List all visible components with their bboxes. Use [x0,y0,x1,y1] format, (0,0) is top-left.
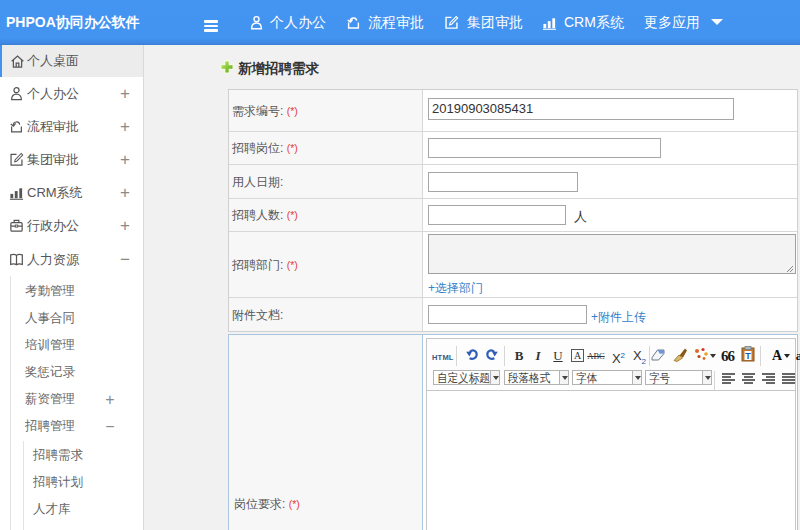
svg-text:T: T [745,351,751,361]
